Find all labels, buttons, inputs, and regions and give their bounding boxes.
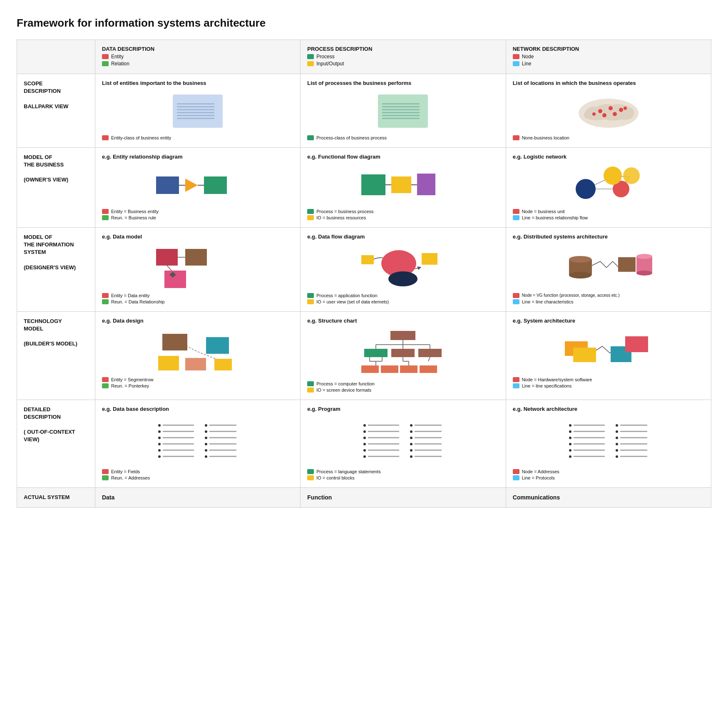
svg-point-117 (410, 449, 412, 452)
svg-rect-84 (163, 437, 194, 438)
svg-rect-57 (391, 349, 415, 357)
svg-rect-124 (574, 425, 605, 426)
svg-rect-56 (364, 349, 388, 357)
svg-rect-26 (156, 249, 178, 266)
builder-datadesign-diagram (102, 328, 293, 374)
netarch-svg (563, 417, 654, 465)
scope-label: SCOPEDESCRIPTIONBALLPARK VIEW (17, 74, 95, 148)
svg-point-111 (363, 443, 366, 445)
detailed-data-legend2: Reun. = Addresses (102, 475, 293, 480)
svg-marker-10 (185, 179, 198, 192)
svg-point-6 (624, 107, 627, 110)
svg-rect-96 (163, 456, 194, 457)
svg-rect-13 (361, 174, 385, 195)
owner-data-cell: e.g. Entity relationship diagram Entity … (95, 147, 300, 227)
relation-color (102, 61, 109, 66)
svg-rect-76 (163, 425, 194, 426)
svg-point-91 (158, 449, 161, 452)
svg-point-133 (616, 437, 618, 439)
builder-process-legend2: IO = screen device formats (307, 388, 499, 393)
svg-point-123 (569, 424, 571, 427)
data-relation-legend: Relation (102, 61, 293, 67)
builder-structure-diagram (307, 328, 499, 378)
owner-process-cell: e.g. Functional flow diagram Process = b… (301, 147, 506, 227)
svg-rect-136 (574, 443, 605, 445)
detailed-process-title: e.g. Program (307, 406, 499, 413)
actual-process-cell: Function (301, 488, 506, 507)
designer-data-title: e.g. Data model (102, 234, 293, 241)
svg-point-22 (576, 179, 596, 199)
process-desc-title: PROCESS DESCRIPTION (307, 46, 499, 52)
entity-color (102, 54, 109, 59)
builder-process-legend1: Process = computer function (307, 381, 499, 386)
builder-sysarch-diagram (513, 328, 704, 374)
svg-point-109 (410, 437, 412, 439)
row-builder: TECHNOLOGYMODEL(BUILDER'S MODEL) e.g. Da… (17, 311, 711, 400)
svg-point-119 (363, 455, 366, 458)
detailed-data-cell: e.g. Data base description (95, 400, 300, 488)
svg-rect-132 (574, 437, 605, 438)
builder-network-title: e.g. System architecture (513, 318, 704, 325)
process-color (307, 54, 314, 59)
designer-dist-diagram (513, 244, 704, 290)
row-owner: MODEL OFTHE BUSINESS(OWNER'S VIEW) e.g. … (17, 147, 711, 227)
svg-point-25 (623, 167, 640, 184)
row-scope: SCOPEDESCRIPTIONBALLPARK VIEW List of en… (17, 74, 711, 148)
detailed-data-legend1: Entity = Fields (102, 469, 293, 474)
header-network-desc: NETWORK DESCRIPTION Node Line (506, 40, 711, 74)
row-actual: ACTUAL SYSTEM Data Function Communicatio… (17, 488, 711, 507)
designer-data-legend2: Reun. = Data Relationship (102, 299, 293, 304)
svg-rect-90 (209, 443, 236, 445)
detailed-db-diagram (102, 416, 293, 466)
svg-point-81 (205, 430, 207, 433)
svg-rect-104 (368, 431, 399, 432)
svg-point-87 (158, 443, 161, 445)
svg-point-4 (613, 112, 617, 116)
scope-network-diagram (513, 90, 704, 132)
builder-data-legend2: Reun. = Ponterkey (102, 383, 293, 388)
scope-data-legend: Entity-class of business entity (102, 135, 293, 140)
svg-rect-130 (620, 431, 647, 432)
line-color (513, 61, 519, 66)
svg-rect-46 (206, 337, 229, 354)
builder-data-cell: e.g. Data design (95, 311, 300, 400)
svg-rect-144 (574, 456, 605, 457)
dataflow-svg (357, 245, 449, 288)
svg-point-137 (616, 443, 618, 445)
line-legend: Line (513, 61, 704, 67)
svg-rect-64 (381, 365, 398, 373)
svg-rect-122 (415, 456, 442, 457)
actual-process-label: Function (307, 494, 332, 501)
designer-datamodel-diagram (102, 244, 293, 290)
data-desc-title: DATA DESCRIPTION (102, 46, 293, 52)
svg-rect-82 (209, 431, 236, 432)
designer-process-legend2: IO = user view (set of data elemets) (307, 299, 499, 304)
svg-point-75 (158, 424, 161, 427)
svg-point-115 (363, 449, 366, 452)
node-legend: Node (513, 54, 704, 60)
header-data-desc: DATA DESCRIPTION Entity Relation (95, 40, 300, 74)
svg-point-141 (616, 449, 618, 452)
database-desc-svg (152, 417, 243, 465)
svg-rect-28 (185, 249, 207, 266)
network-desc-title: NETWORK DESCRIPTION (513, 46, 704, 52)
scope-network-title: List of locations in which the business … (513, 80, 704, 87)
svg-rect-146 (620, 456, 647, 457)
svg-point-99 (363, 424, 366, 427)
svg-point-83 (158, 437, 161, 439)
svg-rect-118 (415, 450, 442, 451)
svg-rect-17 (417, 174, 435, 195)
detailed-program-diagram (307, 416, 499, 466)
svg-rect-140 (574, 450, 605, 451)
svg-point-24 (604, 166, 622, 185)
svg-rect-66 (420, 365, 437, 373)
row-designer: MODEL OFTHE INFORMATIONSYSTEM(DESIGNER'S… (17, 227, 711, 311)
owner-data-title: e.g. Entity relationship diagram (102, 154, 293, 161)
designer-network-legend1: Node = VG function (processor, storage, … (513, 293, 704, 298)
structure-svg (355, 329, 451, 377)
header-empty-cell (17, 40, 95, 74)
svg-rect-50 (390, 331, 415, 340)
svg-rect-63 (361, 365, 379, 373)
svg-rect-15 (391, 176, 411, 193)
header-process-desc: PROCESS DESCRIPTION Process Input/Output (301, 40, 506, 74)
